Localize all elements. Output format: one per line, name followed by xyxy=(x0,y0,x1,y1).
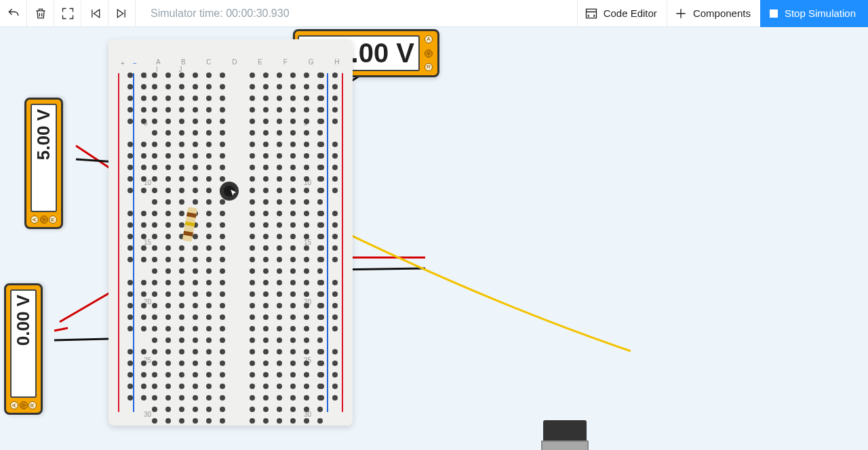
usb-port xyxy=(541,441,589,450)
components-label: Components xyxy=(693,7,751,19)
fit-screen-button[interactable] xyxy=(54,0,81,27)
code-editor-button[interactable]: Code Editor xyxy=(577,0,667,27)
voltmeter-mode-v[interactable]: V xyxy=(425,49,433,58)
stop-simulation-label: Stop Simulation xyxy=(785,7,856,19)
voltmeter-mode-v[interactable]: V xyxy=(20,401,28,409)
stop-simulation-button[interactable]: Stop Simulation xyxy=(760,0,868,27)
simulator-time-label: Simulator time: 00:00:30.930 xyxy=(151,7,290,20)
step-back-button[interactable] xyxy=(81,0,108,27)
components-button[interactable]: Components xyxy=(667,0,760,27)
voltmeter-left-2[interactable]: A V R 0.00 V xyxy=(4,283,43,415)
voltmeter-left1-reading: 5.00 V xyxy=(31,104,57,212)
voltmeter-left2-reading: 0.00 V xyxy=(10,289,37,398)
voltmeter-mode-a[interactable]: A xyxy=(31,216,39,224)
code-editor-label: Code Editor xyxy=(604,7,657,19)
voltmeter-mode-r[interactable]: R xyxy=(425,63,433,71)
voltmeter-mode-r[interactable]: R xyxy=(28,401,37,409)
top-toolbar: Simulator time: 00:00:30.930 Code Editor… xyxy=(0,0,868,27)
circuit-canvas[interactable]: 0.00 V A V R A V R 5.00 V A V R 0.00 V +… xyxy=(0,27,868,450)
delete-button[interactable] xyxy=(27,0,54,27)
voltmeter-mode-v[interactable]: V xyxy=(40,216,48,224)
push-button[interactable] xyxy=(220,182,239,201)
voltmeter-mode-a[interactable]: A xyxy=(425,35,433,43)
voltmeter-mode-r[interactable]: R xyxy=(49,216,57,224)
voltmeter-left-1[interactable]: A V R 5.00 V xyxy=(24,98,63,229)
voltmeter-mode-a[interactable]: A xyxy=(10,401,18,409)
step-forward-button[interactable] xyxy=(108,0,136,27)
breadboard[interactable]: + − A B C D E F G H I J 1155101015152020… xyxy=(108,39,353,426)
undo-button[interactable] xyxy=(0,0,27,27)
stop-icon xyxy=(770,9,778,18)
